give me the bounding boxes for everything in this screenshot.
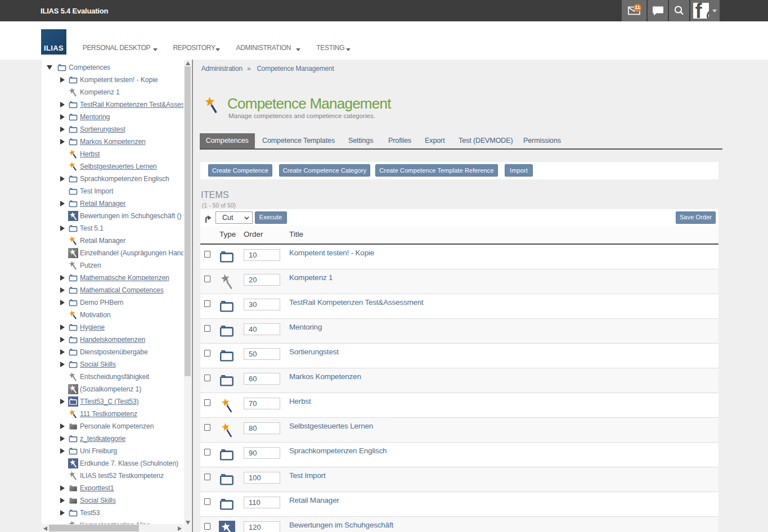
svg-text:f: f: [695, 3, 703, 19]
